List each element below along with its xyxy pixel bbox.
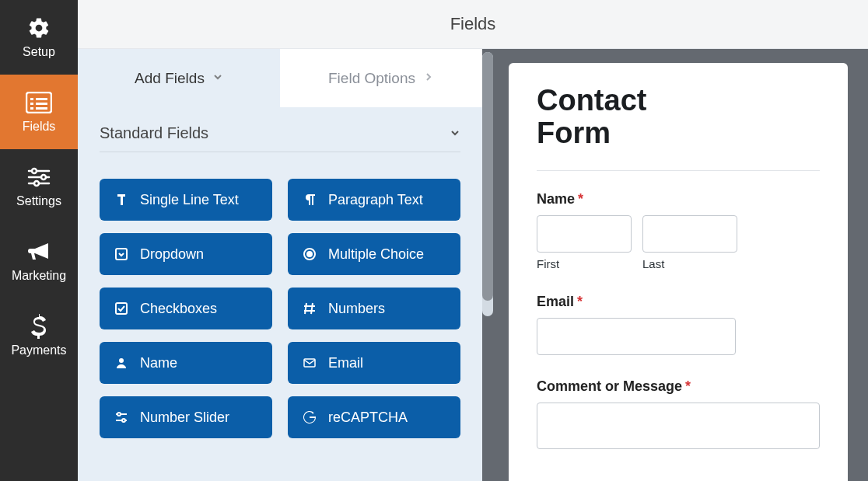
svg-point-11 [41, 175, 46, 180]
required-mark: * [577, 294, 583, 309]
field-label: Name [140, 355, 177, 371]
sidebar-item-label: Setup [23, 45, 55, 59]
sidebar-item-marketing[interactable]: Marketing [0, 224, 78, 298]
chevron-down-icon [450, 124, 460, 142]
field-label: Dropdown [140, 246, 204, 263]
envelope-icon [302, 355, 317, 371]
radio-icon [302, 246, 317, 262]
field-checkboxes[interactable]: Checkboxes [100, 288, 272, 329]
tab-field-options[interactable]: Field Options [280, 49, 482, 107]
field-numbers[interactable]: Numbers [288, 288, 460, 329]
field-label: reCAPTCHA [328, 410, 408, 426]
svg-point-21 [119, 358, 124, 363]
field-recaptcha[interactable]: reCAPTCHA [288, 396, 460, 438]
tab-label: Field Options [328, 70, 415, 87]
name-label: Name* [537, 191, 820, 207]
section-standard-fields: Standard Fields [78, 107, 482, 179]
section-title: Standard Fields [100, 124, 208, 142]
message-label: Comment or Message* [537, 378, 820, 395]
field-label: Numbers [328, 301, 385, 317]
sidebar-item-label: Settings [16, 194, 61, 208]
tab-add-fields[interactable]: Add Fields [78, 49, 280, 107]
email-field-block: Email* [537, 294, 820, 355]
last-name-col: Last [642, 215, 737, 270]
builder-tabs: Add Fields Field Options [78, 49, 482, 107]
scrollbar-thumb[interactable] [482, 52, 493, 301]
svg-rect-2 [30, 103, 33, 105]
main: Fields Add Fields Field Options [78, 0, 868, 481]
page-title: Fields [450, 14, 496, 34]
field-dropdown[interactable]: Dropdown [100, 233, 272, 275]
hash-icon [302, 301, 317, 316]
preview-wrap: Contact Form Name* First [488, 49, 868, 481]
last-sublabel: Last [642, 257, 737, 270]
field-label: Email [328, 355, 363, 371]
svg-line-17 [305, 303, 306, 314]
user-icon [114, 355, 129, 371]
svg-point-26 [122, 419, 125, 422]
paragraph-icon [302, 192, 317, 207]
first-name-input[interactable] [537, 215, 632, 253]
form-title: Contact Form [537, 85, 820, 150]
field-paragraph-text[interactable]: Paragraph Text [288, 179, 460, 221]
field-label: Single Line Text [140, 192, 239, 208]
google-icon [302, 410, 317, 425]
list-icon [26, 90, 52, 115]
dollar-icon [31, 314, 47, 339]
svg-rect-22 [304, 359, 315, 367]
svg-point-25 [117, 413, 121, 416]
first-sublabel: First [537, 257, 632, 270]
field-grid: Single Line Text Paragraph Text Dropdown… [78, 179, 482, 460]
field-label: Number Slider [140, 410, 229, 426]
svg-point-12 [34, 181, 39, 186]
field-multiple-choice[interactable]: Multiple Choice [288, 233, 460, 275]
field-number-slider[interactable]: Number Slider [100, 396, 272, 438]
last-name-input[interactable] [642, 215, 737, 253]
sidebar-item-label: Fields [23, 120, 56, 134]
svg-rect-5 [36, 103, 47, 105]
required-mark: * [685, 378, 691, 394]
field-name[interactable]: Name [100, 342, 272, 384]
bullhorn-icon [27, 239, 51, 264]
chevron-down-icon [212, 71, 223, 85]
svg-rect-13 [116, 249, 127, 260]
email-input[interactable] [537, 318, 736, 355]
field-label: Multiple Choice [328, 246, 424, 263]
section-header[interactable]: Standard Fields [100, 124, 460, 152]
svg-line-18 [311, 303, 313, 314]
message-field-block: Comment or Message* [537, 378, 820, 449]
sidebar-item-setup[interactable]: Setup [0, 0, 78, 75]
form-preview: Contact Form Name* First [509, 63, 848, 481]
sidebar-item-label: Payments [11, 343, 66, 357]
builder-panel: Add Fields Field Options Standa [78, 49, 488, 481]
svg-rect-1 [30, 98, 33, 100]
sidebar: Setup Fields Settings Marketing Payments [0, 0, 78, 481]
name-row: First Last [537, 215, 820, 270]
email-label: Email* [537, 294, 820, 310]
field-single-line-text[interactable]: Single Line Text [100, 179, 272, 221]
sidebar-item-settings[interactable]: Settings [0, 149, 78, 224]
svg-rect-3 [30, 107, 33, 110]
chevron-right-icon [423, 71, 434, 85]
field-label: Paragraph Text [328, 192, 423, 208]
gear-icon [27, 16, 51, 40]
checkbox-icon [114, 301, 129, 316]
name-field-block: Name* First Last [537, 191, 820, 270]
sidebar-item-label: Marketing [12, 269, 66, 283]
message-input[interactable] [537, 403, 820, 449]
svg-point-10 [32, 169, 37, 173]
svg-rect-16 [116, 303, 127, 314]
text-cursor-icon [114, 192, 129, 207]
svg-rect-6 [36, 107, 47, 110]
dropdown-icon [114, 246, 129, 262]
app-root: Setup Fields Settings Marketing Payments [0, 0, 868, 481]
svg-point-15 [307, 252, 312, 256]
sliders-icon [27, 165, 51, 190]
first-name-col: First [537, 215, 632, 270]
field-email[interactable]: Email [288, 342, 460, 384]
page-header: Fields [78, 0, 868, 49]
tab-label: Add Fields [135, 70, 205, 87]
sidebar-item-payments[interactable]: Payments [0, 298, 78, 373]
sidebar-item-fields[interactable]: Fields [0, 75, 78, 149]
content: Add Fields Field Options Standa [78, 49, 868, 481]
